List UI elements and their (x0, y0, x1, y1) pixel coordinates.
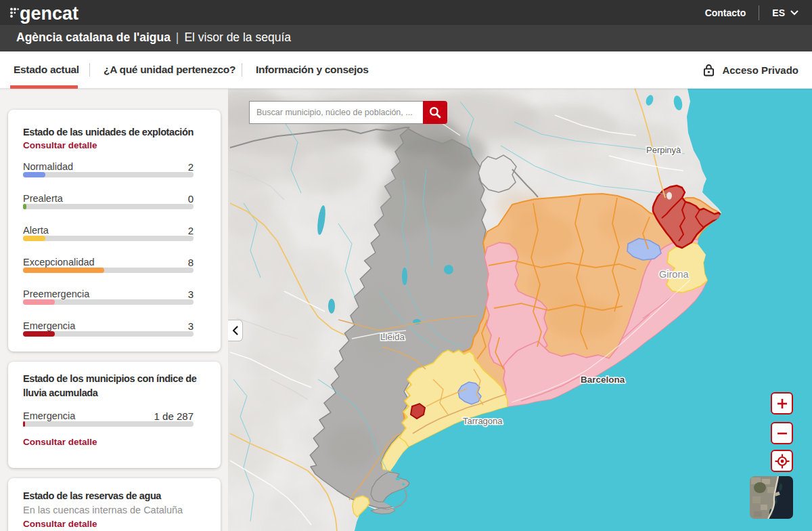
svg-text:Tarragona: Tarragona (463, 416, 503, 426)
svg-text:Barcelona: Barcelona (581, 375, 625, 385)
svg-text:Lleida: Lleida (380, 332, 405, 342)
svg-text:Perpinyà: Perpinyà (646, 145, 681, 155)
svg-text:Girona: Girona (659, 269, 689, 280)
